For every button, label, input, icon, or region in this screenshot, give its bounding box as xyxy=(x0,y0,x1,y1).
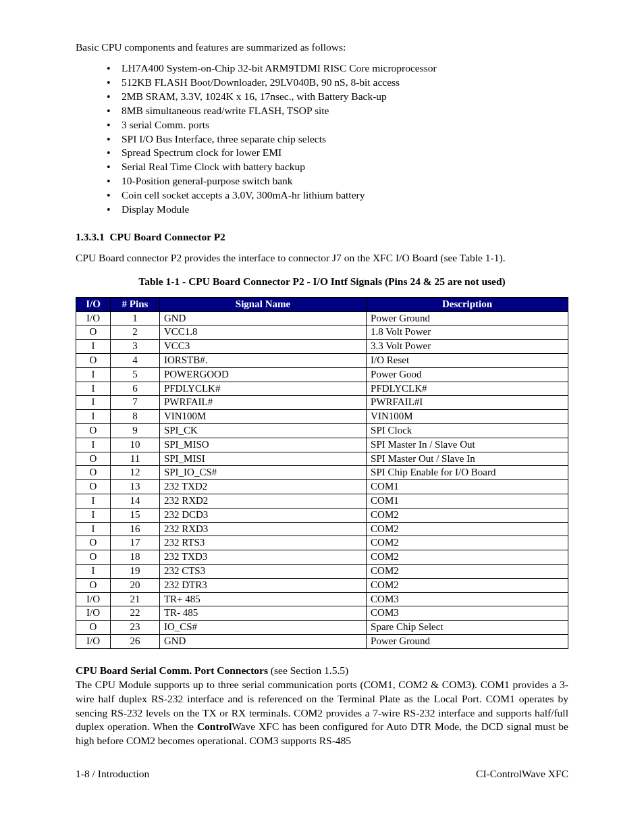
table-cell: O xyxy=(76,536,111,550)
table-cell: VIN100M xyxy=(159,410,366,424)
table-row: I14232 RXD2COM1 xyxy=(76,494,568,508)
table-row: I/O26GNDPower Ground xyxy=(76,634,568,648)
list-item: 3 serial Comm. ports xyxy=(107,118,568,132)
table-cell: VCC1.8 xyxy=(159,325,366,340)
table-cell: IO_CS# xyxy=(159,621,366,635)
table-cell: SPI_CK xyxy=(159,424,366,438)
section-heading: 1.3.3.1 CPU Board Connector P2 xyxy=(76,230,568,244)
table-cell: I/O xyxy=(76,606,111,621)
signal-table: I/O # Pins Signal Name Description I/O1G… xyxy=(76,297,568,649)
table-cell: COM2 xyxy=(367,564,568,578)
table-cell: 8 xyxy=(111,410,160,424)
table-row: O12SPI_IO_CS#SPI Chip Enable for I/O Boa… xyxy=(76,466,568,480)
table-cell: 232 RXD2 xyxy=(159,494,366,508)
table-cell: 18 xyxy=(111,550,160,565)
table-row: I6PFDLYCLK#PFDLYCLK# xyxy=(76,382,568,396)
th-io: I/O xyxy=(76,297,111,311)
table-cell: GND xyxy=(159,311,366,325)
table-cell: I xyxy=(76,340,111,354)
table-cell: O xyxy=(76,550,111,565)
section-title: CPU Board Connector P2 xyxy=(109,231,225,242)
table-cell: PFDLYCLK# xyxy=(159,382,366,396)
table-row: I8VIN100MVIN100M xyxy=(76,410,568,424)
page-footer: 1-8 / Introduction CI-ControlWave XFC xyxy=(76,767,568,781)
table-cell: 21 xyxy=(111,592,160,606)
table-cell: SPI_IO_CS# xyxy=(159,466,366,480)
serial-paragraph: CPU Board Serial Comm. Port Connectors (… xyxy=(76,664,568,749)
table-row: I15232 DCD3COM2 xyxy=(76,508,568,522)
table-cell: COM2 xyxy=(367,536,568,550)
table-cell: O xyxy=(76,354,111,368)
table-cell: 5 xyxy=(111,367,160,382)
table-cell: 4 xyxy=(111,354,160,368)
table-cell: 22 xyxy=(111,606,160,621)
table-row: I3VCC33.3 Volt Power xyxy=(76,340,568,354)
list-item: LH7A400 System-on-Chip 32-bit ARM9TDMI R… xyxy=(107,61,568,76)
table-cell: 6 xyxy=(111,382,160,396)
table-cell: SPI Clock xyxy=(367,424,568,438)
table-cell: 232 DTR3 xyxy=(159,578,366,592)
table-cell: COM1 xyxy=(367,494,568,508)
table-row: I5POWERGOODPower Good xyxy=(76,367,568,382)
table-cell: 232 DCD3 xyxy=(159,508,366,522)
table-cell: 1 xyxy=(111,311,160,325)
table-cell: Power Ground xyxy=(367,634,568,648)
list-item: Serial Real Time Clock with battery back… xyxy=(107,160,568,174)
table-row: O4IORSTB#.I/O Reset xyxy=(76,354,568,368)
table-cell: 16 xyxy=(111,522,160,536)
table-cell: IORSTB#. xyxy=(159,354,366,368)
table-row: I/O22TR- 485COM3 xyxy=(76,606,568,621)
table-cell: COM2 xyxy=(367,550,568,565)
table-cell: 232 RXD3 xyxy=(159,522,366,536)
features-list: LH7A400 System-on-Chip 32-bit ARM9TDMI R… xyxy=(107,61,568,217)
section-body: CPU Board connector P2 provides the inte… xyxy=(76,251,568,265)
list-item: 10-Position general-purpose switch bank xyxy=(107,174,568,188)
table-row: O17232 RTS3COM2 xyxy=(76,536,568,550)
th-sig: Signal Name xyxy=(159,297,366,311)
table-row: I16232 RXD3COM2 xyxy=(76,522,568,536)
table-row: I19232 CTS3COM2 xyxy=(76,564,568,578)
table-row: I/O21TR+ 485COM3 xyxy=(76,592,568,606)
table-cell: 11 xyxy=(111,452,160,466)
table-cell: I xyxy=(76,396,111,410)
table-cell: SPI_MISO xyxy=(159,438,366,452)
table-cell: O xyxy=(76,466,111,480)
section-number: 1.3.3.1 xyxy=(76,231,105,242)
th-pins: # Pins xyxy=(111,297,160,311)
table-cell: COM2 xyxy=(367,578,568,592)
table-cell: 2 xyxy=(111,325,160,340)
table-cell: O xyxy=(76,424,111,438)
table-cell: I xyxy=(76,438,111,452)
table-cell: SPI Master Out / Slave In xyxy=(367,452,568,466)
table-row: I7PWRFAIL#PWRFAIL#I xyxy=(76,396,568,410)
table-header-row: I/O # Pins Signal Name Description xyxy=(76,297,568,311)
table-cell: 14 xyxy=(111,494,160,508)
table-cell: VCC3 xyxy=(159,340,366,354)
table-cell: PWRFAIL#I xyxy=(367,396,568,410)
table-cell: VIN100M xyxy=(367,410,568,424)
table-cell: 1.8 Volt Power xyxy=(367,325,568,340)
serial-heading-note: (see Section 1.5.5) xyxy=(268,664,348,676)
table-cell: PWRFAIL# xyxy=(159,396,366,410)
table-cell: 12 xyxy=(111,466,160,480)
table-row: I/O1GNDPower Ground xyxy=(76,311,568,325)
table-cell: PFDLYCLK# xyxy=(367,382,568,396)
table-cell: 23 xyxy=(111,621,160,635)
table-cell: I xyxy=(76,522,111,536)
table-cell: I xyxy=(76,367,111,382)
table-cell: O xyxy=(76,452,111,466)
intro-text: Basic CPU components and features are su… xyxy=(76,41,568,55)
table-cell: I xyxy=(76,508,111,522)
table-cell: I/O xyxy=(76,592,111,606)
table-cell: Spare Chip Select xyxy=(367,621,568,635)
table-cell: 19 xyxy=(111,564,160,578)
table-row: O20232 DTR3COM2 xyxy=(76,578,568,592)
list-item: Coin cell socket accepts a 3.0V, 300mA-h… xyxy=(107,188,568,203)
table-cell: O xyxy=(76,480,111,494)
serial-body-bold: Control xyxy=(197,721,232,732)
list-item: Spread Spectrum clock for lower EMI xyxy=(107,146,568,160)
table-cell: 232 TXD2 xyxy=(159,480,366,494)
table-cell: 3 xyxy=(111,340,160,354)
table-cell: 17 xyxy=(111,536,160,550)
list-item: 8MB simultaneous read/write FLASH, TSOP … xyxy=(107,104,568,118)
